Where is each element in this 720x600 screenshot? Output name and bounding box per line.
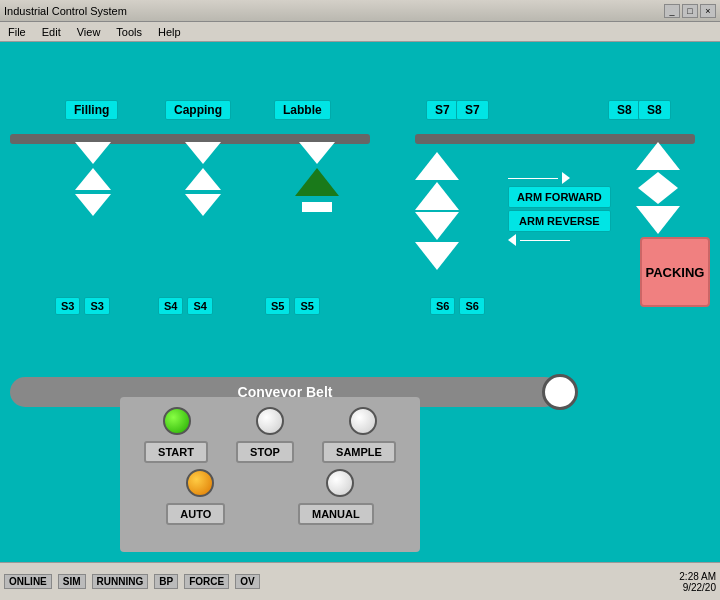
taskbar-time: 2:28 AM 9/22/20 [679,571,716,593]
close-button[interactable]: × [700,4,716,18]
merge-arrow-down [636,206,680,234]
taskbar-bp: BP [154,574,178,589]
taskbar-status-items: ONLINE SIM RUNNING BP FORCE OV [4,574,260,589]
s5-labels: S5 S5 [265,297,320,315]
s3-label-1[interactable]: S3 [55,297,80,315]
menu-file[interactable]: File [4,26,30,38]
station-s7-1[interactable]: S7 [426,100,459,120]
s4-label-1[interactable]: S4 [158,297,183,315]
s5-label-2[interactable]: S5 [294,297,319,315]
control-panel: START STOP SAMPLE AUTO MANUAL [120,397,420,552]
arm-buttons-area: ARM FORWARD ARM REVERSE [508,172,611,246]
s6-labels: S6 S6 [430,297,485,315]
station-capping[interactable]: Capping [165,100,231,120]
filling-arrow-up [75,168,111,190]
filling-arrows [75,142,111,216]
auto-indicator [186,469,214,497]
filling-arrow-down-1 [75,142,111,164]
maximize-button[interactable]: □ [682,4,698,18]
station-s8-2[interactable]: S8 [638,100,671,120]
window-controls[interactable]: _ □ × [664,4,716,18]
arm-area [415,152,459,270]
conveyor-wheel [542,374,578,410]
menu-edit[interactable]: Edit [38,26,65,38]
sample-indicator [349,407,377,435]
arm-reverse-arrow [508,234,516,246]
taskbar-force: FORCE [184,574,229,589]
indicator-row-2 [130,469,410,497]
indicator-row [130,407,410,435]
window-title: Industrial Control System [4,5,127,17]
arm-forward-arrow [562,172,570,184]
taskbar-online: ONLINE [4,574,52,589]
diverter-arrow-down-2 [415,242,459,270]
start-button[interactable]: START [144,441,208,463]
s3-labels: S3 S3 [55,297,110,315]
labble-arrows [295,142,339,212]
merge-arrow-left [638,172,658,204]
button-row-2: AUTO MANUAL [130,503,410,525]
stop-indicator [256,407,284,435]
packing-button[interactable]: PACKING [640,237,710,307]
diverter-arrow-up-1 [415,152,459,180]
taskbar-sim: SIM [58,574,86,589]
station-labble[interactable]: Labble [274,100,331,120]
menu-bar: File Edit View Tools Help [0,22,720,42]
station-s8-1[interactable]: S8 [608,100,641,120]
merge-arrow-right [658,172,678,204]
minimize-button[interactable]: _ [664,4,680,18]
manual-button[interactable]: MANUAL [298,503,374,525]
diverter-arrow-down-1 [415,212,459,240]
sample-button[interactable]: SAMPLE [322,441,396,463]
manual-indicator [326,469,354,497]
s3-label-2[interactable]: S3 [84,297,109,315]
merge-arrow-up [636,142,680,170]
window-titlebar: Industrial Control System _ □ × [0,0,720,22]
start-indicator [163,407,191,435]
menu-help[interactable]: Help [154,26,185,38]
diverter-arrow-up-2 [415,182,459,210]
merge-arrows [636,142,680,234]
capping-arrow-down-2 [185,194,221,216]
station-filling[interactable]: Filling [65,100,118,120]
arm-forward-button[interactable]: ARM FORWARD [508,186,611,208]
s4-label-2[interactable]: S4 [187,297,212,315]
capping-arrow-down-1 [185,142,221,164]
taskbar: ONLINE SIM RUNNING BP FORCE OV 2:28 AM 9… [0,562,720,600]
capping-arrow-up [185,168,221,190]
filling-arrow-down-2 [75,194,111,216]
stop-button[interactable]: STOP [236,441,294,463]
labble-arrow-down [299,142,335,164]
capping-arrows [185,142,221,216]
arm-reverse-button[interactable]: ARM REVERSE [508,210,611,232]
labble-arrow-up-green [295,168,339,196]
s5-label-1[interactable]: S5 [265,297,290,315]
s6-label-2[interactable]: S6 [459,297,484,315]
labble-indicator [302,202,332,212]
s4-labels: S4 S4 [158,297,213,315]
main-area: Filling Capping Labble S7 S7 S8 S8 S3 S3… [0,42,720,562]
auto-button[interactable]: AUTO [166,503,225,525]
menu-view[interactable]: View [73,26,105,38]
taskbar-ov: OV [235,574,259,589]
station-s7-2[interactable]: S7 [456,100,489,120]
button-row-1: START STOP SAMPLE [130,441,410,463]
menu-tools[interactable]: Tools [112,26,146,38]
s6-label-1[interactable]: S6 [430,297,455,315]
taskbar-running: RUNNING [92,574,149,589]
